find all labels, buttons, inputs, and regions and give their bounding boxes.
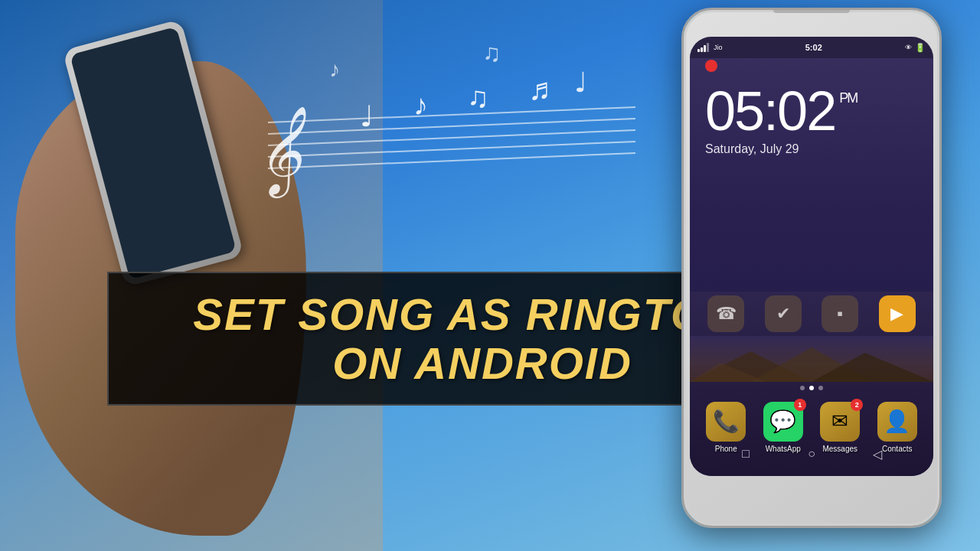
record-indicator	[705, 60, 717, 72]
home-screen: ☎ ✔ ▪ ▶	[690, 292, 933, 476]
lock-screen: 05:02 PM Saturday, July 29	[690, 37, 933, 300]
nav-back-btn[interactable]: ◁	[867, 443, 888, 465]
nav-bar: □ ○ ◁	[690, 443, 933, 465]
mid-icon-2: ✔	[765, 295, 802, 332]
dot-2	[809, 386, 814, 390]
smartphone-mockup: Jio 5:02 👁 🔋 05:02 PM Saturday, July 29	[681, 8, 942, 528]
mid-icon-4: ▶	[879, 295, 916, 332]
messages-icon: ✉ 2	[820, 402, 860, 442]
pagination-dots	[690, 382, 933, 394]
mid-icon-1: ☎	[707, 295, 744, 332]
messages-badge: 2	[851, 399, 863, 411]
dot-3	[818, 386, 823, 390]
phone-icon: 📞	[706, 402, 746, 442]
nav-square-btn[interactable]: □	[735, 443, 756, 465]
clock-date: Saturday, July 29	[705, 142, 918, 156]
clock-ampm: PM	[839, 91, 857, 105]
clock-time: 05:02 PM	[705, 83, 918, 139]
middle-icon-row: ☎ ✔ ▪ ▶	[690, 292, 933, 336]
whatsapp-badge: 1	[794, 399, 806, 411]
nav-home-btn[interactable]: ○	[801, 443, 822, 465]
mid-icon-3: ▪	[822, 295, 858, 332]
clock-digits: 05:02	[705, 83, 835, 139]
wallpaper-mountains	[690, 336, 933, 382]
clock-display: 05:02 PM Saturday, July 29	[705, 83, 918, 156]
contacts-icon: 👤	[877, 402, 917, 442]
phone-screen: Jio 5:02 👁 🔋 05:02 PM Saturday, July 29	[690, 37, 933, 476]
whatsapp-icon: 💬 1	[763, 402, 803, 442]
dot-1	[800, 386, 805, 390]
